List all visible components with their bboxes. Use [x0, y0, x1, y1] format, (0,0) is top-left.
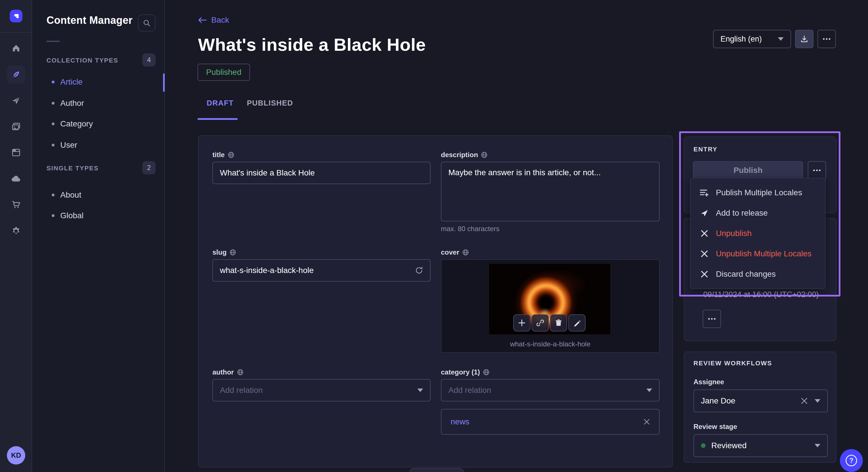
cover-image-black-hole[interactable] [489, 264, 610, 334]
strapi-admin: KD Content Manager COLLECTION TYPES 4 Ar… [0, 0, 868, 472]
releases-paper-plane-icon[interactable] [7, 91, 25, 109]
page-title: What's inside a Black Hole [198, 34, 426, 55]
entry-actions-menu: Publish Multiple Locales Add to release … [690, 178, 826, 289]
cover-filename-caption: what-s-inside-a-black-hole [441, 340, 660, 348]
status-badge: Published [197, 64, 250, 81]
user-avatar[interactable]: KD [7, 446, 25, 465]
tab-published[interactable]: PUBLISHED [247, 99, 293, 107]
field-label-cover: cover [441, 248, 469, 256]
review-stage-select[interactable]: Reviewed [693, 434, 828, 457]
ellipsis-icon [708, 318, 716, 320]
author-placeholder: Add relation [220, 386, 262, 395]
question-mark-icon: ? [846, 455, 857, 466]
cross-icon [700, 230, 709, 237]
cover-copy-link-button[interactable] [532, 314, 549, 332]
home-icon[interactable] [7, 39, 25, 57]
ellipsis-icon [813, 169, 821, 171]
sidebar-item-about[interactable]: About [32, 187, 133, 204]
help-button[interactable]: ? [840, 449, 863, 472]
subnav-title: Content Manager [46, 14, 133, 26]
review-panel-title: REVIEW WORKFLOWS [693, 360, 772, 367]
rail-divider [0, 32, 32, 33]
icon-sidebar: KD [0, 0, 32, 472]
menu-item-publish-multiple-locales[interactable]: Publish Multiple Locales [691, 182, 825, 203]
single-types-count-badge: 2 [143, 161, 156, 174]
author-relation-select[interactable]: Add relation [212, 379, 431, 401]
title-input[interactable]: What's inside a Black Hole [212, 162, 431, 184]
cover-edit-button[interactable] [568, 314, 586, 332]
release-more-button[interactable] [703, 310, 721, 328]
chevron-down-icon [815, 399, 820, 403]
menu-item-unpublish[interactable]: Unpublish [691, 223, 825, 243]
sidebar-item-category[interactable]: Category [32, 115, 133, 133]
plus-icon [518, 319, 526, 327]
cross-icon [700, 270, 709, 278]
review-stage-label: Review stage [693, 423, 737, 431]
trash-icon [555, 319, 562, 327]
back-label: Back [211, 15, 229, 25]
scheduled-release-date: 09/11/2024 at 16:00 (UTC+02:00) [703, 290, 819, 299]
remove-relation-icon[interactable] [644, 419, 650, 425]
i18n-globe-icon [462, 249, 469, 256]
menu-item-add-to-release[interactable]: Add to release [691, 203, 825, 223]
subnav-divider [46, 41, 60, 42]
tab-active-underline [197, 118, 238, 120]
relation-link-news[interactable]: news [451, 417, 469, 427]
cross-icon [700, 250, 709, 258]
strapi-logo-icon[interactable] [10, 10, 22, 22]
label-text: author [212, 368, 234, 376]
cover-delete-button[interactable] [550, 314, 567, 332]
collection-types-count-badge: 4 [143, 53, 156, 67]
chevron-down-icon [646, 389, 652, 392]
nav-item-label: Category [60, 119, 93, 129]
nav-item-label: Author [60, 99, 84, 108]
bullet-icon [52, 214, 55, 217]
category-relation-select[interactable]: Add relation [441, 379, 660, 401]
header-more-button[interactable] [817, 30, 836, 48]
menu-item-discard-changes[interactable]: Discard changes [691, 264, 825, 284]
settings-gear-icon[interactable] [7, 222, 25, 240]
back-link[interactable]: Back [198, 15, 229, 25]
clear-assignee-icon[interactable] [801, 398, 808, 404]
bottom-peek-pill[interactable] [409, 468, 464, 472]
cover-add-button[interactable] [513, 314, 530, 332]
slug-input[interactable]: what-s-inside-a-black-hole [212, 259, 431, 281]
search-button[interactable] [138, 14, 156, 32]
description-textarea[interactable]: Maybe the answer is in this article, or … [441, 162, 660, 222]
menu-item-label: Discard changes [716, 270, 776, 279]
chevron-down-icon [778, 37, 784, 41]
sidebar-item-user[interactable]: User [32, 136, 133, 154]
category-relation-item[interactable]: news [441, 409, 660, 435]
i18n-globe-icon [481, 151, 488, 158]
chevron-down-icon [815, 444, 820, 447]
content-type-builder-icon[interactable] [7, 143, 25, 162]
content-manager-feather-icon[interactable] [7, 65, 25, 84]
field-label-category: category (1) [441, 368, 490, 376]
menu-item-label: Add to release [716, 208, 768, 217]
field-label-slug: slug [212, 248, 236, 256]
nav-item-label: User [60, 140, 77, 150]
locale-select[interactable]: English (en) [713, 30, 791, 48]
publish-button[interactable]: Publish [693, 161, 803, 179]
marketplace-cart-icon[interactable] [7, 196, 25, 214]
review-workflows-panel: REVIEW WORKFLOWS Assignee Jane Doe Revie… [684, 351, 836, 463]
sidebar-item-global[interactable]: Global [32, 207, 133, 224]
entry-more-button[interactable] [808, 161, 826, 179]
menu-item-label: Unpublish [716, 229, 752, 238]
i18n-globe-icon [228, 151, 235, 158]
bullet-icon [52, 123, 55, 125]
tab-draft[interactable]: DRAFT [207, 99, 234, 107]
label-text: category (1) [441, 368, 480, 376]
regenerate-icon[interactable] [415, 266, 423, 274]
label-text: cover [441, 248, 459, 256]
sidebar-item-article[interactable]: Article [32, 73, 133, 91]
deploy-cloud-icon[interactable] [7, 170, 25, 188]
download-button[interactable] [795, 30, 813, 48]
menu-item-unpublish-multiple-locales[interactable]: Unpublish Multiple Locales [691, 244, 825, 264]
description-hint: max. 80 characters [441, 225, 499, 233]
assignee-select[interactable]: Jane Doe [693, 390, 828, 412]
sidebar-item-author[interactable]: Author [32, 95, 133, 112]
media-library-icon[interactable] [7, 117, 25, 136]
i18n-globe-icon [483, 369, 490, 376]
nav-item-label: About [60, 191, 81, 200]
